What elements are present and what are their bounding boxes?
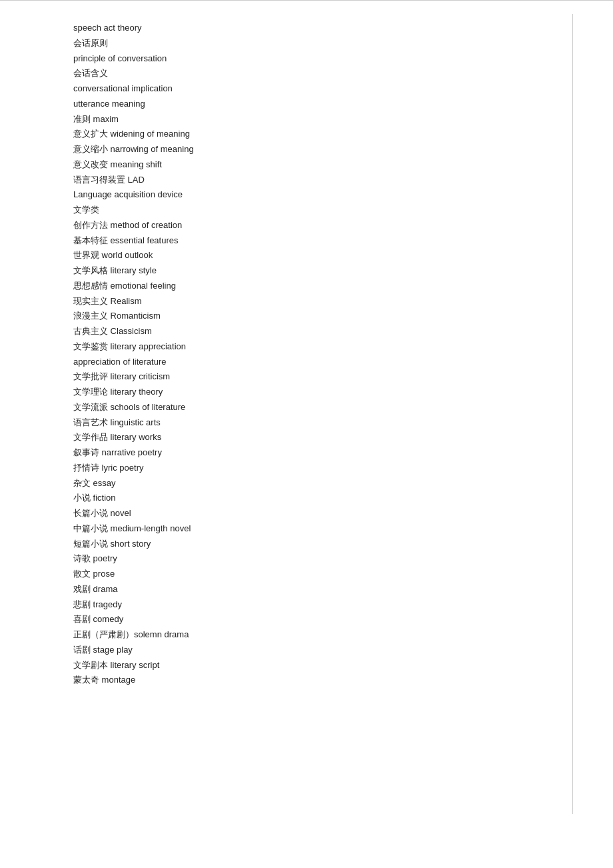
list-item: 会话含义 — [73, 66, 572, 81]
list-item: 世界观 world outlook — [73, 248, 572, 263]
list-item: 思想感情 emotional feeling — [73, 279, 572, 294]
list-item: 文学类 — [73, 203, 572, 218]
list-item: 意义扩大 widening of meaning — [73, 127, 572, 142]
list-item: 浪漫主义 Romanticism — [73, 309, 572, 324]
list-item: 短篇小说 short story — [73, 537, 572, 552]
list-item: 文学理论 literary theory — [73, 385, 572, 400]
list-item: 语言习得装置 LAD — [73, 173, 572, 188]
list-item: 会话原则 — [73, 36, 572, 51]
list-item: 喜剧 comedy — [73, 612, 572, 627]
list-item: conversational implication — [73, 81, 572, 97]
list-item: 文学作品 literary works — [73, 430, 572, 445]
list-item: 蒙太奇 montage — [73, 673, 572, 688]
right-border — [572, 14, 573, 814]
list-item: 基本特征 essential features — [73, 233, 572, 249]
top-divider — [0, 0, 613, 1]
list-item: 创作方法 method of creation — [73, 218, 572, 233]
list-item: 意义改变 meaning shift — [73, 157, 572, 173]
list-item: 准则 maxim — [73, 112, 572, 127]
list-item: 语言艺术 linguistic arts — [73, 415, 572, 431]
list-item: 中篇小说 medium-length novel — [73, 521, 572, 537]
list-item: 叙事诗 narrative poetry — [73, 445, 572, 461]
list-item: 文学流派 schools of literature — [73, 400, 572, 415]
list-item: 戏剧 drama — [73, 582, 572, 597]
main-list: speech act theory会话原则principle of conver… — [0, 14, 572, 814]
list-item: 文学风格 literary style — [73, 263, 572, 279]
list-item: 话剧 stage play — [73, 643, 572, 658]
list-item: 散文 prose — [73, 567, 572, 582]
list-item: 长篇小说 novel — [73, 506, 572, 521]
list-item: 古典主义 Classicism — [73, 324, 572, 339]
list-item: principle of conversation — [73, 51, 572, 67]
list-item: 正剧（严肃剧）solemn drama — [73, 627, 572, 643]
list-item: 文学批评 literary criticism — [73, 369, 572, 385]
list-item: 文学鉴赏 literary appreciation — [73, 339, 572, 355]
list-item: 文学剧本 literary script — [73, 658, 572, 673]
list-item: 悲剧 tragedy — [73, 597, 572, 613]
list-item: utterance meaning — [73, 97, 572, 112]
list-item: 抒情诗 lyric poetry — [73, 461, 572, 476]
list-item: speech act theory — [73, 21, 572, 36]
list-item: appreciation of literature — [73, 355, 572, 370]
list-item: 诗歌 poetry — [73, 551, 572, 567]
list-item: 意义缩小 narrowing of meaning — [73, 142, 572, 157]
list-item: Language acquisition device — [73, 187, 572, 203]
content-area: speech act theory会话原则principle of conver… — [0, 14, 613, 814]
list-item: 小说 fiction — [73, 491, 572, 506]
list-item: 现实主义 Realism — [73, 294, 572, 309]
list-item: 杂文 essay — [73, 476, 572, 491]
